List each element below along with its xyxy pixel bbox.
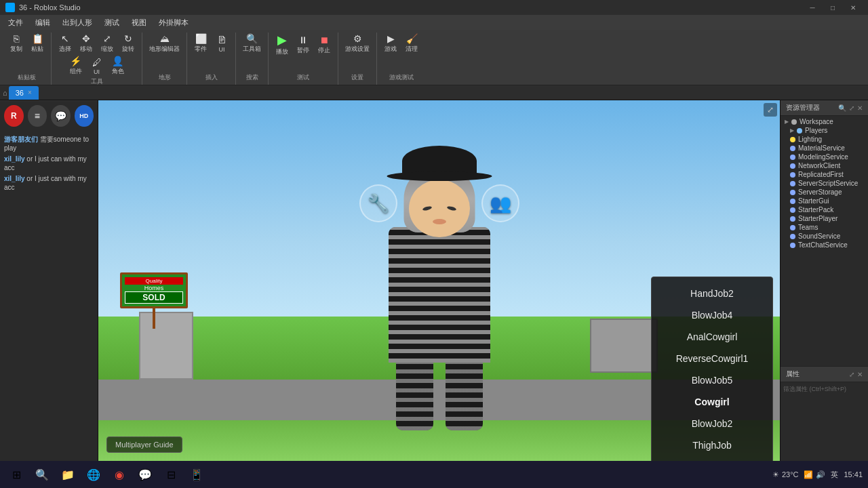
anim-blowjob5[interactable]: BlowJob5 <box>652 369 772 391</box>
pause-button[interactable]: ⏸ 暂停 <box>294 34 313 56</box>
play-button[interactable]: ▶ 播放 <box>273 33 292 58</box>
properties-close-icon[interactable]: ✕ <box>857 371 863 378</box>
anim-footjob[interactable]: FootJob <box>652 456 772 461</box>
menu-toggle-button[interactable]: ≡ <box>28 105 47 127</box>
hd-button[interactable]: HD <box>75 105 94 127</box>
properties-filter: 筛选属性 (Ctrl+Shift+P) <box>781 382 868 396</box>
chat-message-1: 游客朋友们 需要someone to play <box>4 135 94 152</box>
properties-title: 属性 <box>786 369 800 379</box>
properties-expand-icon[interactable]: ⤢ <box>849 371 854 378</box>
rotate-button[interactable]: ↻ 旋转 <box>119 33 138 55</box>
anim-reversecowgirl1[interactable]: ReverseCowgirl1 <box>652 348 772 369</box>
properties-header: 属性 ⤢ ✕ <box>781 367 868 382</box>
tree-item-networkclient[interactable]: NetworkClient <box>782 161 867 170</box>
settings-label: 设置 <box>351 73 363 85</box>
tree-item-replicatedfirst[interactable]: ReplicatedFirst <box>782 170 867 179</box>
explorer-filter-icon[interactable]: 🔍 <box>838 104 846 112</box>
animation-menu: HandJob2 BlowJob4 AnalCowgirl ReverseCow… <box>651 277 773 461</box>
close-button[interactable]: ✕ <box>844 0 863 15</box>
select-button[interactable]: ↖ 选择 <box>56 33 75 55</box>
tree-item-serverstorage[interactable]: ServerStorage <box>782 188 867 197</box>
menu-avatar[interactable]: 出到人形 <box>57 16 98 29</box>
edge-taskbar-button[interactable]: 🌐 <box>83 464 104 485</box>
menu-test[interactable]: 测试 <box>99 16 125 29</box>
settings-button[interactable]: ⚙ 游戏设置 <box>342 33 372 55</box>
character-hat-brim <box>387 171 492 181</box>
search-taskbar-button[interactable]: 🔍 <box>31 464 53 485</box>
teamtest-button[interactable]: ▶ 游戏 <box>381 33 400 55</box>
maximize-button[interactable]: □ <box>823 0 842 15</box>
expand-button[interactable]: ⤢ <box>764 103 777 117</box>
tree-item-workspace[interactable]: ▶ Workspace <box>782 117 867 126</box>
tab-label: 36 <box>16 89 24 97</box>
multiplayer-guide-button[interactable]: Multiplayer Guide <box>106 436 182 453</box>
explorer-close-icon[interactable]: ✕ <box>857 104 863 112</box>
minimize-button[interactable]: ─ <box>803 0 822 15</box>
ui-button[interactable]: 🖊 UI <box>87 56 106 77</box>
windows-taskbar-button[interactable]: ⊟ <box>160 464 182 485</box>
tree-item-starterplayer[interactable]: StarterPlayer <box>782 214 867 223</box>
stop-button[interactable]: ⏹ 停止 <box>315 34 334 56</box>
part-button[interactable]: ⬜ 零件 <box>191 33 210 55</box>
left-panel: R ≡ 💬 HD 游客朋友们 需要someone to play xil_lil… <box>0 100 98 461</box>
building-right <box>590 319 658 373</box>
anim-blowjob4[interactable]: BlowJob4 <box>652 304 772 326</box>
terrain-button[interactable]: ⛰ 地形编辑器 <box>146 33 182 55</box>
menu-view[interactable]: 视图 <box>126 16 152 29</box>
role-button[interactable]: 👤 角色 <box>108 55 127 77</box>
discord-taskbar-button[interactable]: 💬 <box>134 464 156 485</box>
tab-close-button[interactable]: × <box>28 89 32 96</box>
tabbar: ⌂ 36 × <box>0 85 868 100</box>
toolbar-gametest: ▶ 游戏 🧹 清理 游戏测试 <box>377 33 425 85</box>
test-label: 测试 <box>297 73 309 85</box>
toolbox-button[interactable]: 🔍 工具箱 <box>240 33 264 55</box>
toolbar-search: 🔍 工具箱 搜索 <box>236 33 269 85</box>
snap-button[interactable]: ⚡ 组件 <box>66 55 85 77</box>
anim-analcowgirl[interactable]: AnalCowgirl <box>652 326 772 348</box>
clipboard-label: 粘贴板 <box>18 73 36 85</box>
tree-item-teams[interactable]: Teams <box>782 223 867 232</box>
move-button[interactable]: ✥ 移动 <box>77 33 96 55</box>
anim-thighjob[interactable]: ThighJob <box>652 434 772 456</box>
app5-taskbar-button[interactable]: 📱 <box>186 464 208 485</box>
start-button[interactable]: ⊞ <box>5 464 27 485</box>
explorer-expand-icon[interactable]: ⤢ <box>849 104 854 112</box>
ui2-button[interactable]: 🖹 UI <box>212 34 231 54</box>
tree-item-soundservice[interactable]: SoundService <box>782 232 867 241</box>
anim-blowjob2[interactable]: BlowJob2 <box>652 413 772 434</box>
tree-item-lighting[interactable]: Lighting <box>782 135 867 144</box>
sign-quality-text: Quality <box>125 277 183 285</box>
sign-sold-text: SOLD <box>125 291 183 304</box>
paste-button[interactable]: 📋 粘贴 <box>28 33 47 55</box>
tree-item-modelingservice[interactable]: ModelingService <box>782 152 867 161</box>
menu-plugins[interactable]: 外掛脚本 <box>153 16 194 29</box>
home-icon: ⌂ <box>3 89 7 97</box>
search-label: 搜索 <box>246 73 258 85</box>
menu-file[interactable]: 文件 <box>3 16 28 29</box>
files-taskbar-button[interactable]: 📁 <box>57 464 79 485</box>
tree-item-textchatservice[interactable]: TextChatService <box>782 241 867 249</box>
chrome-taskbar-button[interactable]: ◉ <box>108 464 130 485</box>
copy-button[interactable]: ⎘ 复制 <box>7 33 26 55</box>
tree-item-startergui[interactable]: StarterGui <box>782 197 867 205</box>
tree-item-players[interactable]: ▶ Players <box>782 126 867 135</box>
toolbar: ⎘ 复制 📋 粘贴 粘贴板 ↖ 选择 ✥ 移动 ⤢ 缩放 <box>0 30 868 85</box>
tree-item-serverscriptservice[interactable]: ServerScriptService <box>782 179 867 188</box>
menu-edit[interactable]: 编辑 <box>30 16 56 29</box>
main-tab[interactable]: 36 × <box>9 86 39 100</box>
tree-item-materialservice[interactable]: MaterialService <box>782 144 867 152</box>
explorer-panel: 资源管理器 🔍 ⤢ ✕ ▶ Workspace ▶ Players <box>781 100 868 366</box>
building-left: Quality Homes SOLD <box>139 312 193 380</box>
tools-label: 工具 <box>91 77 103 89</box>
roblox-logo-button[interactable]: R <box>4 105 24 127</box>
window-controls[interactable]: ─ □ ✕ <box>803 0 863 15</box>
anim-handjob2[interactable]: HandJob2 <box>652 283 772 304</box>
chat-button[interactable]: 💬 <box>51 105 71 127</box>
cleanup-button[interactable]: 🧹 清理 <box>402 33 421 55</box>
scale-button[interactable]: ⤢ 缩放 <box>98 33 117 55</box>
titlebar: 36 - Roblox Studio ─ □ ✕ <box>0 0 868 15</box>
anim-cowgirl[interactable]: Cowgirl <box>652 391 772 413</box>
time-display: 15:41 <box>844 470 863 479</box>
character <box>331 146 548 417</box>
tree-item-starterpack[interactable]: StarterPack <box>782 205 867 214</box>
